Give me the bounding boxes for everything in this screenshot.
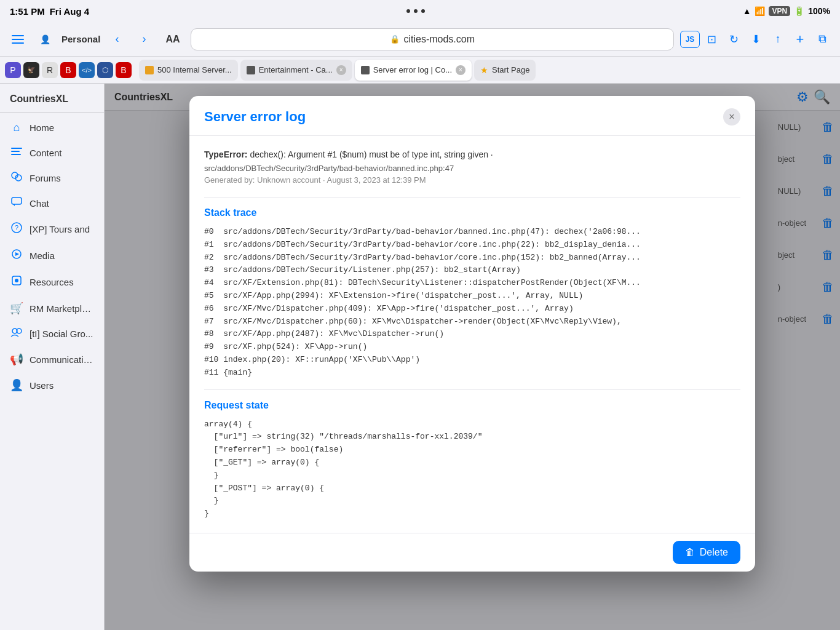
sidebar: CountriesXL ⌂ Home Content Forums Chat: [0, 84, 105, 630]
download-button[interactable]: ⬇: [745, 29, 766, 50]
sidebar-item-media[interactable]: Media: [0, 242, 104, 269]
svg-rect-8: [12, 197, 22, 204]
toolbar-icons: JS ⊡ ↻ ⬇ ↑ + ⧉: [680, 29, 833, 50]
sidebar-divider-top: [0, 112, 104, 113]
ext-icon-4[interactable]: B: [60, 62, 76, 78]
svg-rect-3: [11, 148, 22, 149]
divider-2: [204, 389, 740, 390]
account-label: Personal: [61, 34, 100, 44]
users-icon: 👤: [10, 378, 23, 392]
main-area: CountriesXL ⌂ Home Content Forums Chat: [0, 84, 840, 630]
status-bar-center: [406, 9, 425, 13]
media-icon: [10, 249, 23, 263]
modal-overlay: Server error log × TypeError: dechex(): …: [105, 84, 840, 630]
modal-header: Server error log ×: [189, 96, 755, 136]
dot1: [406, 9, 410, 13]
error-type: TypeError:: [204, 150, 248, 159]
reload-button[interactable]: ↻: [723, 29, 744, 50]
tab1-favicon: [145, 66, 154, 74]
tab3-favicon: [361, 66, 370, 74]
tab2-favicon: [247, 66, 255, 74]
wifi-icon: 📶: [755, 6, 765, 16]
sidebar-item-chat[interactable]: Chat: [0, 191, 104, 216]
js-button[interactable]: JS: [680, 31, 700, 48]
sidebar-item-communications[interactable]: 📢 Communicatio...: [0, 346, 104, 372]
sidebar-item-content[interactable]: Content: [0, 140, 104, 165]
ext-icon-1[interactable]: P: [5, 62, 21, 78]
url-text: cities-mods.com: [403, 34, 475, 45]
tab2-close-button[interactable]: ×: [336, 65, 346, 75]
battery-level: 100%: [808, 6, 830, 16]
status-bar-right: ▲ 📶 VPN 🔋 100%: [743, 6, 830, 16]
delete-icon: 🗑: [685, 547, 695, 558]
rm-marketplace-icon: 🛒: [10, 301, 23, 315]
tab-server-error[interactable]: Server error log | Co... ×: [355, 60, 472, 81]
sidebar-item-xp-tours[interactable]: ? [XP] Tours and: [0, 216, 104, 242]
svg-rect-2: [12, 42, 24, 44]
modal-footer: 🗑 Delete: [189, 533, 755, 572]
sidebar-item-rm-marketplace-label: RM Marketpla...: [30, 303, 94, 314]
sidebar-item-resources[interactable]: Resources: [0, 269, 104, 295]
request-state-title: Request state: [204, 400, 740, 411]
account-button[interactable]: 👤: [34, 29, 55, 50]
sidebar-item-social-groups[interactable]: [tI] Social Gro...: [0, 321, 104, 346]
sidebar-item-xp-tours-label: [XP] Tours and: [30, 224, 90, 234]
delete-button[interactable]: 🗑 Delete: [673, 541, 740, 564]
stack-trace-content: #0 src/addons/DBTech/Security/3rdParty/b…: [204, 226, 740, 380]
svg-rect-0: [12, 35, 24, 36]
ext-icon-2[interactable]: 🦅: [23, 62, 39, 78]
signal-icon: ▲: [743, 6, 751, 16]
status-bar-left: 1:51 PM Fri Aug 4: [10, 6, 89, 17]
date: Fri Aug 4: [50, 6, 89, 17]
tab-start-page[interactable]: ★ Start Page: [474, 60, 536, 81]
sidebar-item-home[interactable]: ⌂ Home: [0, 115, 104, 140]
error-generated: Generated by: Unknown account · August 3…: [204, 175, 740, 185]
communications-icon: 📢: [10, 353, 23, 366]
address-bar[interactable]: 🔒 cities-mods.com: [191, 28, 674, 50]
svg-marker-13: [15, 252, 19, 256]
xp-tours-icon: ?: [10, 222, 23, 236]
modal-server-error-log: Server error log × TypeError: dechex(): …: [189, 96, 755, 572]
vpn-badge: VPN: [769, 6, 790, 16]
delete-label: Delete: [700, 547, 728, 558]
svg-rect-5: [11, 154, 21, 155]
svg-point-15: [15, 279, 18, 282]
sidebar-item-chat-label: Chat: [30, 198, 49, 209]
sidebar-item-resources-label: Resources: [30, 277, 74, 287]
tab-overview-button[interactable]: ⊡: [701, 29, 722, 50]
sidebar-item-users[interactable]: 👤 Users: [0, 372, 104, 398]
status-bar: 1:51 PM Fri Aug 4 ▲ 📶 VPN 🔋 100%: [0, 0, 840, 22]
tab3-close-button[interactable]: ×: [456, 65, 466, 75]
sidebar-item-content-label: Content: [30, 148, 62, 158]
ext-icon-6[interactable]: ⬡: [97, 62, 113, 78]
ext-icon-5[interactable]: </>: [79, 62, 95, 78]
tab-bar: P 🦅 R B </> ⬡ B 500 Internal Server... E…: [0, 57, 840, 84]
stack-trace-title: Stack trace: [204, 207, 740, 218]
battery-icon: 🔋: [794, 6, 804, 16]
extension-icons: P 🦅 R B </> ⬡ B: [5, 62, 132, 78]
error-text: dechex(): Argument #1 ($num) must be of …: [250, 150, 493, 159]
sidebar-toggle-button[interactable]: [7, 29, 28, 50]
tabs-button[interactable]: ⧉: [812, 29, 833, 50]
forums-icon: [10, 172, 23, 185]
tab-entertainment[interactable]: Entertainment - Ca... ×: [240, 60, 352, 81]
modal-body[interactable]: TypeError: dechex(): Argument #1 ($num) …: [189, 136, 755, 533]
ext-icon-7[interactable]: B: [116, 62, 132, 78]
back-button[interactable]: ‹: [106, 29, 127, 50]
ext-icon-3[interactable]: R: [42, 62, 58, 78]
error-path: src/addons/DBTech/Security/3rdParty/bad-…: [204, 164, 740, 173]
text-size-button[interactable]: AA: [160, 31, 184, 47]
chat-icon: [10, 197, 23, 210]
sidebar-item-rm-marketplace[interactable]: 🛒 RM Marketpla...: [0, 295, 104, 321]
sidebar-header: CountriesXL: [0, 89, 104, 110]
svg-rect-1: [12, 39, 24, 40]
lock-icon: 🔒: [390, 34, 400, 44]
tab-500-internal[interactable]: 500 Internal Server...: [139, 60, 238, 81]
sidebar-item-forums[interactable]: Forums: [0, 165, 104, 191]
new-tab-button[interactable]: +: [790, 29, 810, 50]
modal-close-button[interactable]: ×: [723, 108, 740, 126]
browser-toolbar: 👤 Personal ‹ › AA 🔒 cities-mods.com JS ⊡…: [0, 22, 840, 57]
tab1-label: 500 Internal Server...: [157, 65, 232, 74]
forward-button[interactable]: ›: [133, 29, 154, 50]
share-button[interactable]: ↑: [767, 29, 788, 50]
